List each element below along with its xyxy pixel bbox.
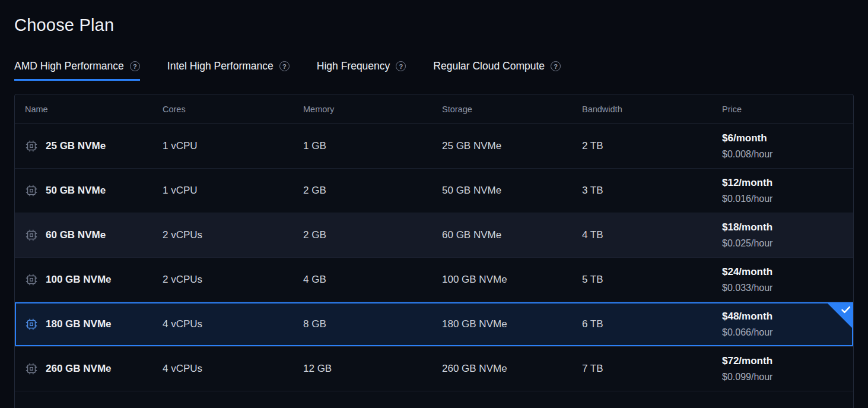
column-header-memory: Memory <box>303 105 442 114</box>
plan-price-cell: $12/month$0.016/hour <box>722 177 853 204</box>
plan-bandwidth: 6 TB <box>582 318 722 330</box>
plans-table: NameCoresMemoryStorageBandwidthPrice 25 … <box>14 94 854 408</box>
plan-row-50-gb-nvme[interactable]: 50 GB NVMe1 vCPU2 GB50 GB NVMe3 TB$12/mo… <box>15 169 853 213</box>
plan-name-cell: 260 GB NVMe <box>25 362 163 375</box>
plan-name: 100 GB NVMe <box>46 274 112 286</box>
plan-storage: 25 GB NVMe <box>442 140 582 152</box>
plan-storage: 50 GB NVMe <box>442 185 582 197</box>
tab-high-frequency[interactable]: High Frequency? <box>317 60 406 81</box>
plan-bandwidth: 2 TB <box>582 140 722 152</box>
plan-row-60-gb-nvme[interactable]: 60 GB NVMe2 vCPUs2 GB60 GB NVMe4 TB$18/m… <box>15 213 853 258</box>
plan-price-hour: $0.025/hour <box>722 238 853 249</box>
plan-price-hour: $0.008/hour <box>722 148 853 160</box>
plan-price-hour: $0.099/hour <box>722 371 853 382</box>
cpu-chip-icon <box>25 229 38 242</box>
plan-bandwidth: 5 TB <box>582 274 722 286</box>
plan-type-tabs: AMD High Performance?Intel High Performa… <box>14 60 854 81</box>
plan-price-hour: $0.033/hour <box>722 282 853 293</box>
plan-storage: 180 GB NVMe <box>442 318 582 330</box>
column-header-bandwidth: Bandwidth <box>582 105 722 114</box>
plan-name: 260 GB NVMe <box>46 363 112 375</box>
column-header-name: Name <box>25 105 163 114</box>
question-mark-circle-icon[interactable]: ? <box>279 61 290 71</box>
plan-memory: 2 GB <box>303 185 442 197</box>
cpu-chip-icon <box>25 184 38 197</box>
plan-row-25-gb-nvme[interactable]: 25 GB NVMe1 vCPU1 GB25 GB NVMe2 TB$6/mon… <box>15 124 853 169</box>
plan-cores: 1 vCPU <box>163 140 303 152</box>
plan-storage: 100 GB NVMe <box>442 274 582 286</box>
plan-row-260-gb-nvme[interactable]: 260 GB NVMe4 vCPUs12 GB260 GB NVMe7 TB$7… <box>15 347 853 391</box>
plan-storage: 260 GB NVMe <box>442 363 582 375</box>
plan-name-cell: 60 GB NVMe <box>25 229 163 242</box>
plan-memory: 1 GB <box>303 140 442 152</box>
page-title: Choose Plan <box>14 15 854 35</box>
cpu-chip-icon <box>25 318 38 331</box>
cpu-chip-icon <box>25 273 38 286</box>
plan-bandwidth: 7 TB <box>582 363 722 375</box>
plan-name-cell: 50 GB NVMe <box>25 184 163 197</box>
plan-cores: 2 vCPUs <box>163 274 303 286</box>
question-mark-circle-icon[interactable]: ? <box>551 61 561 71</box>
plan-name-cell: 25 GB NVMe <box>25 140 163 153</box>
choose-plan-page: Choose Plan AMD High Performance?Intel H… <box>0 0 868 408</box>
plan-bandwidth: 3 TB <box>582 185 722 197</box>
tab-amd-high-performance[interactable]: AMD High Performance? <box>14 60 140 81</box>
plan-name: 50 GB NVMe <box>46 185 106 197</box>
tab-label: Regular Cloud Compute <box>433 60 545 72</box>
plan-price-month: $24/month <box>722 266 853 278</box>
plan-memory: 8 GB <box>303 318 442 330</box>
cpu-chip-icon <box>25 140 38 153</box>
plan-name: 25 GB NVMe <box>46 140 106 152</box>
tab-label: AMD High Performance <box>14 60 124 72</box>
table-body: 25 GB NVMe1 vCPU1 GB25 GB NVMe2 TB$6/mon… <box>15 124 853 408</box>
cpu-chip-icon <box>25 362 38 375</box>
plan-row-180-gb-nvme[interactable]: 180 GB NVMe4 vCPUs8 GB180 GB NVMe6 TB$48… <box>15 302 853 347</box>
plan-storage: 60 GB NVMe <box>442 229 582 241</box>
table-header-row: NameCoresMemoryStorageBandwidthPrice <box>15 94 853 124</box>
tab-label: Intel High Performance <box>167 60 274 72</box>
plan-cores: 1 vCPU <box>163 185 303 197</box>
plan-cores: 4 vCPUs <box>163 363 303 375</box>
plan-name-cell: 180 GB NVMe <box>25 318 163 331</box>
plan-name: 180 GB NVMe <box>46 318 112 330</box>
plan-name-cell: 100 GB NVMe <box>25 273 163 286</box>
plan-price-cell: $6/month$0.008/hour <box>722 132 853 160</box>
tab-intel-high-performance[interactable]: Intel High Performance? <box>167 60 290 81</box>
tab-label: High Frequency <box>317 60 390 72</box>
plan-price-cell: $72/month$0.099/hour <box>722 355 853 382</box>
plan-price-month: $6/month <box>722 132 853 144</box>
plan-price-month: $18/month <box>722 222 853 233</box>
question-mark-circle-icon[interactable]: ? <box>130 61 140 71</box>
plan-name: 60 GB NVMe <box>46 229 106 241</box>
question-mark-circle-icon[interactable]: ? <box>396 61 406 71</box>
plan-memory: 12 GB <box>303 363 442 375</box>
plan-bandwidth: 4 TB <box>582 229 722 241</box>
plan-row-100-gb-nvme[interactable]: 100 GB NVMe2 vCPUs4 GB100 GB NVMe5 TB$24… <box>15 258 853 302</box>
plan-cores: 2 vCPUs <box>163 229 303 241</box>
plan-price-month: $72/month <box>722 355 853 367</box>
plan-price-cell: $24/month$0.033/hour <box>722 266 853 293</box>
plan-price-month: $12/month <box>722 177 853 189</box>
column-header-storage: Storage <box>442 105 582 114</box>
plan-row-350-gb-nvme[interactable]: 350 GB NVMe8 vCPUs16 GB350 GB NVMe8 TB$9… <box>15 391 853 408</box>
column-header-price: Price <box>722 105 853 114</box>
plan-memory: 4 GB <box>303 274 442 286</box>
plan-memory: 2 GB <box>303 229 442 241</box>
column-header-cores: Cores <box>163 105 303 114</box>
plan-price-hour: $0.016/hour <box>722 193 853 204</box>
plan-cores: 4 vCPUs <box>163 318 303 330</box>
checkmark-icon <box>840 304 851 315</box>
tab-regular-cloud-compute[interactable]: Regular Cloud Compute? <box>433 60 561 81</box>
plan-price-cell: $18/month$0.025/hour <box>722 222 853 249</box>
